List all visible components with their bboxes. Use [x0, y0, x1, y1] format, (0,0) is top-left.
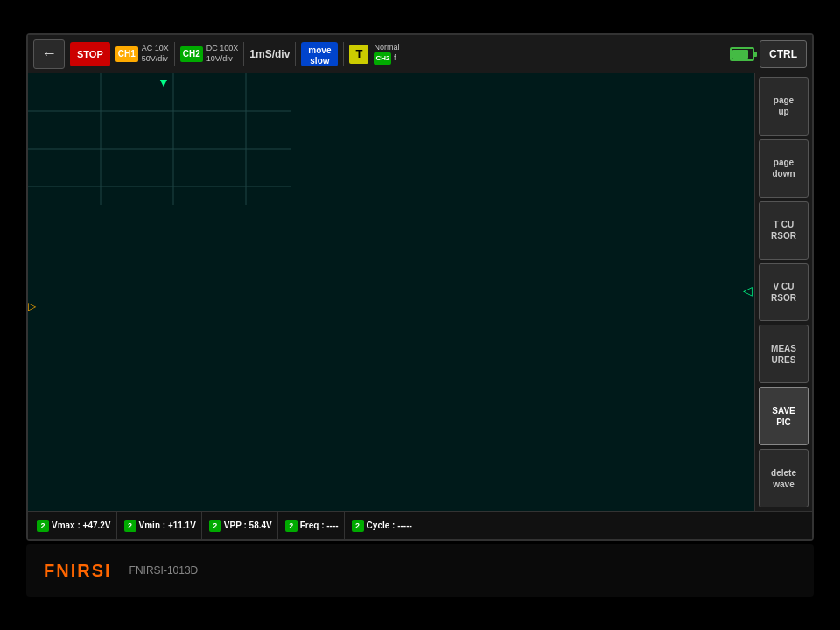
stat-cycle-label: Cycle : -----	[367, 521, 412, 530]
trigger-t-badge: T	[349, 45, 368, 64]
stat-vpp: 2 VPP : 58.4V	[204, 512, 278, 539]
divider-4	[343, 42, 344, 66]
ch1-level-arrow: ▷	[28, 301, 36, 312]
move-slow-button[interactable]: moveslow	[301, 42, 338, 66]
page-up-button[interactable]: pageup	[759, 77, 808, 136]
stat-vmax: 2 Vmax : +47.2V	[32, 512, 117, 539]
toolbar: ← STOP CH1 AC 10X 50V/div CH2 DC 100X 10…	[28, 35, 812, 74]
stat-vmax-label: Vmax : +47.2V	[52, 521, 111, 530]
main-area: ▼ ◁ ▷	[28, 74, 812, 511]
stat-vpp-ch: 2	[209, 520, 221, 532]
ch2-group: CH2 DC 100X 10V/div	[180, 44, 239, 64]
stat-cycle: 2 Cycle : -----	[346, 512, 417, 539]
oscilloscope-screen: ▼ ◁ ▷	[28, 74, 754, 511]
measures-button[interactable]: MEASURES	[759, 325, 808, 383]
status-bar: 2 Vmax : +47.2V 2 Vmin : +11.1V 2 VPP : …	[28, 511, 812, 539]
battery-fill	[732, 50, 748, 59]
brand-bar: FNIRSI FNIRSI-1013D	[26, 544, 814, 597]
stat-vmax-ch: 2	[37, 520, 49, 532]
trigger-info: Normal CH2 f	[374, 43, 399, 66]
battery-icon	[730, 47, 754, 61]
trigger-ch-badge: CH2	[374, 52, 391, 65]
ctrl-button[interactable]: CTRL	[760, 40, 807, 68]
divider-1	[174, 42, 175, 66]
ch2-info: DC 100X 10V/div	[206, 44, 239, 64]
page-down-button[interactable]: pagedown	[759, 139, 808, 198]
stat-vpp-label: VPP : 58.4V	[224, 521, 272, 530]
back-icon: ←	[41, 45, 57, 63]
stat-freq: 2 Freq : ----	[280, 512, 345, 539]
v-cursor-button[interactable]: V CURSOR	[759, 263, 808, 322]
ch1-badge[interactable]: CH1	[116, 46, 138, 62]
divider-2	[243, 42, 244, 66]
stat-vmin-ch: 2	[124, 520, 136, 532]
stop-button[interactable]: STOP	[70, 42, 110, 66]
brand-name: FNIRSI	[44, 561, 112, 581]
divider-3	[295, 42, 296, 66]
ch2-badge[interactable]: CH2	[180, 46, 203, 62]
waveform-ch2	[28, 136, 290, 205]
delete-wave-button[interactable]: deletewave	[759, 449, 808, 508]
stat-vmin: 2 Vmin : +11.1V	[119, 512, 202, 539]
save-pic-button[interactable]: SAVEPIC	[759, 387, 808, 445]
ch1-group: CH1 AC 10X 50V/div	[116, 44, 169, 64]
timebase: 1mS/div	[249, 48, 290, 60]
ch1-info: AC 10X 50V/div	[142, 44, 169, 64]
grid-svg	[28, 74, 290, 205]
stat-freq-label: Freq : ----	[300, 521, 339, 530]
stat-cycle-ch: 2	[352, 520, 364, 532]
t-cursor-button[interactable]: T CURSOR	[759, 201, 808, 260]
stat-vmin-label: Vmin : +11.1V	[139, 521, 196, 530]
brand-model: FNIRSI-1013D	[130, 564, 199, 577]
right-panel: pageup pagedown T CURSOR V CURSOR MEASUR…	[754, 74, 812, 511]
stat-freq-ch: 2	[285, 520, 298, 532]
back-button[interactable]: ←	[33, 39, 65, 69]
trigger-arrow-right: ◁	[743, 284, 752, 298]
